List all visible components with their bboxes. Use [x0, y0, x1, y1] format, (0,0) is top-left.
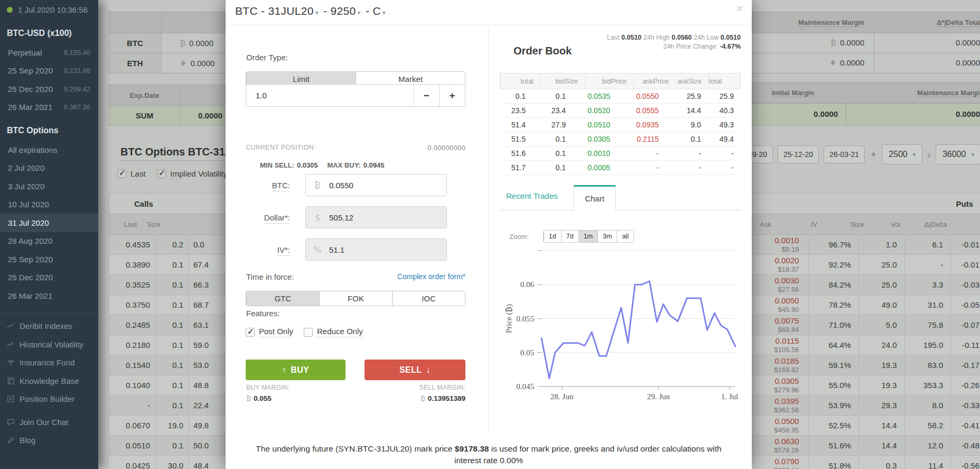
chevron-down-icon[interactable]: ▾ — [357, 9, 360, 16]
sidebar-item-historical-volatility[interactable]: Historical Volatility — [0, 335, 98, 354]
tab-recent-trades[interactable]: Recent Trades — [506, 191, 558, 200]
sidebar-item-future[interactable]: Perpetual 9,155.40 — [0, 43, 98, 62]
bid-price[interactable]: 0.0520 — [573, 106, 617, 115]
sidebar-header-futures: BTC-USD (x100) — [0, 23, 98, 43]
zoom-range-button[interactable]: 3m — [598, 231, 617, 242]
btc-price-field: ₿ — [305, 174, 447, 196]
btc-currency-icon: ₿ — [246, 394, 251, 402]
quantity-input[interactable] — [246, 85, 413, 106]
bid-price[interactable]: 0.0535 — [573, 92, 617, 100]
chat-icon — [7, 418, 15, 426]
svg-text:0.05: 0.05 — [520, 348, 534, 357]
tif-option[interactable]: FOK — [319, 291, 392, 306]
pencil-icon — [7, 436, 15, 444]
sidebar-item-expiry[interactable]: All expirations — [0, 141, 98, 159]
dollar-price-input[interactable] — [329, 213, 446, 222]
zoom-range-button[interactable]: 1d — [544, 231, 561, 242]
complex-order-form-link[interactable]: Complex order form* — [397, 272, 465, 281]
close-icon[interactable]: × — [736, 1, 743, 16]
chart-line-icon — [7, 341, 15, 348]
order-book-row[interactable]: 51.4 27.9 0.0510 0.0935 9.0 49.3 — [500, 118, 741, 132]
ask-price[interactable]: 0.0555 — [617, 106, 666, 115]
bid-price[interactable]: 0.0005 — [573, 163, 617, 172]
bid-price[interactable]: 0.0010 — [573, 149, 617, 158]
bid-price[interactable]: 0.0305 — [573, 135, 617, 143]
order-book-row[interactable]: 23.5 23.4 0.0520 0.0555 14.4 40.3 — [500, 104, 741, 118]
divider — [500, 210, 741, 210]
order-book-stats: Last 0.0510 24h High 0.0560 24h Low 0.05… — [607, 33, 741, 51]
zoom-range-button[interactable]: all — [617, 231, 633, 242]
column-header: askPrice — [633, 73, 676, 89]
ask-price[interactable]: 0.0550 — [617, 92, 666, 100]
sidebar-item-expiry[interactable]: 3 Jul 2020 — [0, 177, 98, 196]
sidebar-item-future[interactable]: 26 Mar 2021 9,367.36 — [0, 98, 98, 117]
tif-option[interactable]: GTC — [246, 291, 319, 306]
order-book-row[interactable]: 51.7 0.1 0.0005 - - - — [500, 161, 741, 175]
feature-toggle[interactable]: Post Only — [246, 327, 293, 337]
sidebar-item-knowledge-base[interactable]: Knowledge Base — [0, 372, 98, 390]
column-header: total — [500, 73, 540, 89]
sidebar-item-expiry[interactable]: 2 Jul 2020 — [0, 159, 98, 178]
order-book-row[interactable]: 51.6 0.1 0.0010 - - - — [500, 146, 741, 161]
expiry-dropdown[interactable]: 31JUL20 — [268, 5, 313, 17]
btc-currency-icon: ₿ — [306, 180, 329, 190]
sidebar-item-expiry[interactable]: 31 Jul 2020 — [0, 214, 98, 232]
tif-option[interactable]: IOC — [392, 291, 465, 306]
svg-text:0.045: 0.045 — [516, 382, 534, 391]
sidebar-item-deribit-indexes[interactable]: Deribit Indexes — [0, 317, 98, 336]
futures-list: Perpetual 9,155.40 25 Sep 2020 9,231.86 … — [0, 43, 98, 116]
column-header: bidPrice — [585, 73, 633, 89]
chart-zoom-controls: Zoom: 1d7d1m3mall — [509, 230, 634, 243]
strike-dropdown[interactable]: 9250 — [331, 5, 356, 17]
sell-button[interactable]: SELL ↓ — [365, 360, 465, 380]
sidebar-item-expiry[interactable]: 26 Mar 2021 — [0, 287, 98, 305]
sidebar-item-expiry[interactable]: 10 Jul 2020 — [0, 196, 98, 214]
order-book-row[interactable]: 51.5 0.1 0.0305 0.2115 0.1 49.4 — [500, 132, 741, 146]
quantity-field: − + — [246, 84, 465, 107]
bid-price[interactable]: 0.0510 — [573, 121, 617, 129]
feature-toggle[interactable]: Reduce Only — [304, 327, 363, 337]
iv-input[interactable] — [329, 245, 446, 254]
zoom-label: Zoom: — [509, 233, 529, 241]
btc-price-input[interactable] — [329, 181, 446, 190]
ask-price[interactable]: - — [617, 163, 666, 172]
quantity-decrement-button[interactable]: − — [413, 85, 439, 106]
sidebar-item-expiry[interactable]: 25 Dec 2020 — [0, 269, 98, 287]
ask-price[interactable]: 0.2115 — [617, 135, 666, 143]
checkbox-icon[interactable] — [246, 328, 255, 337]
checkbox-icon[interactable] — [304, 328, 313, 337]
sidebar-item-future[interactable]: 25 Dec 2020 9,299.42 — [0, 80, 98, 98]
price-change-value: -4.67% — [720, 43, 741, 50]
order-book-panel: Order Book Last 0.0510 24h High 0.0560 2… — [488, 25, 752, 448]
instrument-title: BTC - 31JUL20▾ - 9250▾ - C▾ — [235, 5, 387, 17]
sidebar-item-position-builder[interactable]: Position Builder — [0, 390, 98, 409]
chevron-down-icon[interactable]: ▾ — [315, 9, 319, 16]
tab-chart[interactable]: Chart — [573, 185, 616, 210]
column-header: bidSize — [540, 73, 585, 89]
sidebar-item-join-our-chat[interactable]: Join Our Chat — [0, 413, 98, 431]
zoom-range-button[interactable]: 7d — [561, 231, 578, 242]
last-price: 0.0510 — [621, 34, 641, 41]
connection-status-dot — [7, 7, 13, 13]
sidebar-item-blog[interactable]: Blog — [0, 431, 98, 450]
sidebar-item-future[interactable]: 25 Sep 2020 9,231.86 — [0, 62, 98, 80]
quantity-increment-button[interactable]: + — [439, 85, 465, 106]
buy-margin-label: BUY MARGIN: — [246, 384, 290, 391]
sidebar-item-expiry[interactable]: 25 Sep 2020 — [0, 250, 98, 269]
chart-line-icon — [7, 322, 15, 330]
option-type-dropdown[interactable]: C — [372, 5, 380, 17]
dollar-price-label: Dollar*: — [246, 213, 290, 222]
up-arrow-icon: ↑ — [282, 365, 286, 375]
chevron-down-icon[interactable]: ▾ — [382, 9, 386, 16]
down-arrow-icon: ↓ — [426, 365, 431, 375]
ask-price[interactable]: - — [617, 149, 666, 158]
ask-price[interactable]: 0.0935 — [617, 121, 666, 129]
buy-button[interactable]: ↑ BUY — [246, 360, 346, 380]
sidebar-item-insurance-fund[interactable]: Insurance Fund — [0, 354, 98, 372]
order-book-title: Order Book — [514, 45, 572, 57]
order-book-row[interactable]: 0.1 0.1 0.0535 0.0550 25.9 25.9 — [500, 89, 741, 104]
deribit-app: BTC ₿ 0.0000 ETH ♦ 0.0000 Exp.Date — [0, 0, 980, 469]
sidebar-item-expiry[interactable]: 28 Aug 2020 — [0, 232, 98, 251]
zoom-range-button[interactable]: 1m — [578, 231, 598, 242]
features-label: Features: — [246, 309, 279, 318]
